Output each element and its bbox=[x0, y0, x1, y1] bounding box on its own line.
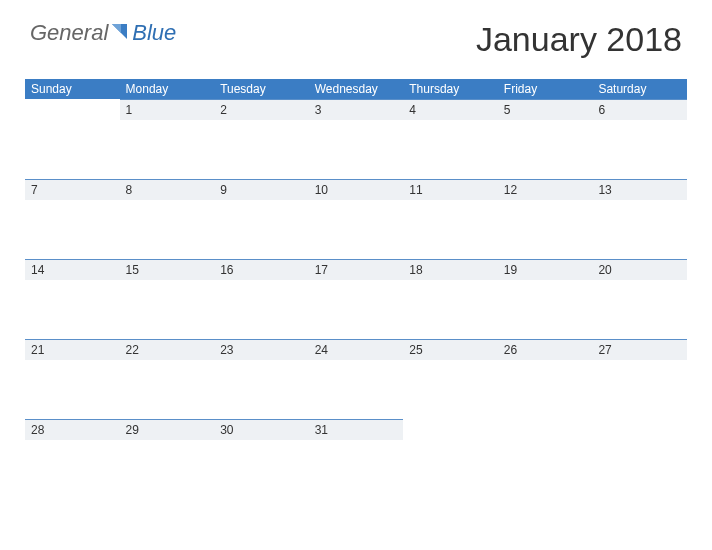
day-header: Tuesday bbox=[214, 79, 309, 99]
day-header: Thursday bbox=[403, 79, 498, 99]
week-row: 14 15 16 17 18 19 20 bbox=[25, 259, 687, 339]
day-cell: 5 bbox=[498, 99, 593, 179]
day-number: 6 bbox=[592, 99, 687, 120]
day-cell: 6 bbox=[592, 99, 687, 179]
week-row: 28 29 30 31 bbox=[25, 419, 687, 499]
day-cell: 21 bbox=[25, 339, 120, 419]
day-cell: 22 bbox=[120, 339, 215, 419]
day-cell: 25 bbox=[403, 339, 498, 419]
day-cell: 13 bbox=[592, 179, 687, 259]
day-cell: 11 bbox=[403, 179, 498, 259]
day-number: 5 bbox=[498, 99, 593, 120]
logo-text-blue: Blue bbox=[132, 20, 176, 46]
day-cell: 16 bbox=[214, 259, 309, 339]
day-cell: 27 bbox=[592, 339, 687, 419]
day-number: 11 bbox=[403, 179, 498, 200]
week-row: 21 22 23 24 25 26 27 bbox=[25, 339, 687, 419]
day-header: Saturday bbox=[592, 79, 687, 99]
day-number: 1 bbox=[120, 99, 215, 120]
day-cell: 26 bbox=[498, 339, 593, 419]
day-cell: 20 bbox=[592, 259, 687, 339]
day-header: Sunday bbox=[25, 79, 120, 99]
day-header: Wednesday bbox=[309, 79, 404, 99]
day-number: 29 bbox=[120, 419, 215, 440]
day-number bbox=[25, 99, 120, 106]
day-header: Friday bbox=[498, 79, 593, 99]
day-number: 22 bbox=[120, 339, 215, 360]
day-number bbox=[592, 419, 687, 426]
day-number bbox=[498, 419, 593, 426]
day-cell: 29 bbox=[120, 419, 215, 499]
day-number: 23 bbox=[214, 339, 309, 360]
week-row: 7 8 9 10 11 12 13 bbox=[25, 179, 687, 259]
logo: General Blue bbox=[30, 20, 176, 46]
day-number: 17 bbox=[309, 259, 404, 280]
day-number: 3 bbox=[309, 99, 404, 120]
day-cell: 7 bbox=[25, 179, 120, 259]
day-cell: 28 bbox=[25, 419, 120, 499]
day-cell: 8 bbox=[120, 179, 215, 259]
header: General Blue January 2018 bbox=[0, 0, 712, 69]
day-number: 20 bbox=[592, 259, 687, 280]
day-number: 19 bbox=[498, 259, 593, 280]
day-cell: 3 bbox=[309, 99, 404, 179]
calendar-table: Sunday Monday Tuesday Wednesday Thursday… bbox=[25, 79, 687, 499]
day-number: 28 bbox=[25, 419, 120, 440]
day-number: 8 bbox=[120, 179, 215, 200]
day-number bbox=[403, 419, 498, 426]
day-cell: 1 bbox=[120, 99, 215, 179]
day-number: 4 bbox=[403, 99, 498, 120]
day-cell: 2 bbox=[214, 99, 309, 179]
day-number: 7 bbox=[25, 179, 120, 200]
day-number: 9 bbox=[214, 179, 309, 200]
day-number: 30 bbox=[214, 419, 309, 440]
day-cell: 18 bbox=[403, 259, 498, 339]
logo-triangle-icon bbox=[111, 20, 129, 46]
day-cell: 23 bbox=[214, 339, 309, 419]
day-cell bbox=[592, 419, 687, 499]
day-cell: 19 bbox=[498, 259, 593, 339]
day-cell: 14 bbox=[25, 259, 120, 339]
day-header-row: Sunday Monday Tuesday Wednesday Thursday… bbox=[25, 79, 687, 99]
day-number: 10 bbox=[309, 179, 404, 200]
day-cell: 24 bbox=[309, 339, 404, 419]
day-cell: 30 bbox=[214, 419, 309, 499]
logo-text-general: General bbox=[30, 20, 108, 46]
week-row: 1 2 3 4 5 6 bbox=[25, 99, 687, 179]
day-number: 26 bbox=[498, 339, 593, 360]
day-cell bbox=[25, 99, 120, 179]
day-number: 16 bbox=[214, 259, 309, 280]
day-cell: 12 bbox=[498, 179, 593, 259]
day-cell bbox=[403, 419, 498, 499]
page-title: January 2018 bbox=[476, 20, 682, 59]
day-number: 14 bbox=[25, 259, 120, 280]
day-number: 27 bbox=[592, 339, 687, 360]
day-cell: 17 bbox=[309, 259, 404, 339]
day-cell bbox=[498, 419, 593, 499]
day-number: 2 bbox=[214, 99, 309, 120]
day-cell: 15 bbox=[120, 259, 215, 339]
day-number: 25 bbox=[403, 339, 498, 360]
day-number: 21 bbox=[25, 339, 120, 360]
day-number: 13 bbox=[592, 179, 687, 200]
day-cell: 31 bbox=[309, 419, 404, 499]
day-number: 15 bbox=[120, 259, 215, 280]
day-header: Monday bbox=[120, 79, 215, 99]
day-cell: 9 bbox=[214, 179, 309, 259]
day-number: 31 bbox=[309, 419, 404, 440]
day-number: 24 bbox=[309, 339, 404, 360]
day-cell: 10 bbox=[309, 179, 404, 259]
day-number: 18 bbox=[403, 259, 498, 280]
day-cell: 4 bbox=[403, 99, 498, 179]
calendar-body: 1 2 3 4 5 6 7 8 9 10 11 12 13 14 15 16 1… bbox=[25, 99, 687, 499]
day-number: 12 bbox=[498, 179, 593, 200]
